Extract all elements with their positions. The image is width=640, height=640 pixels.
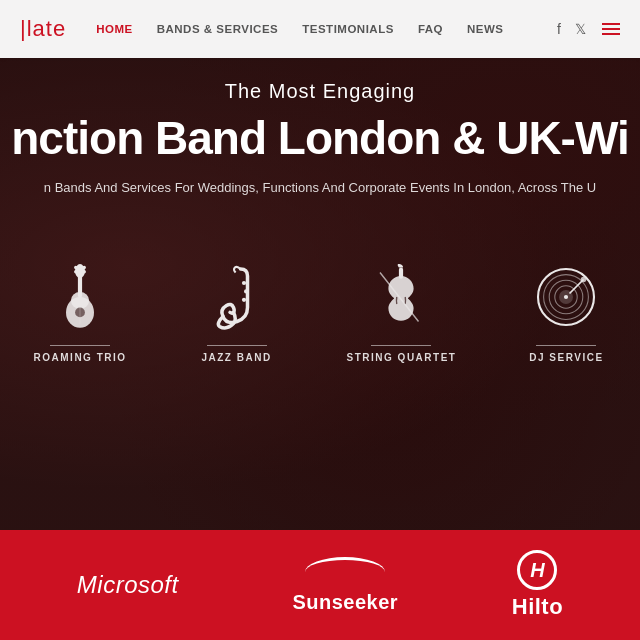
social-links: f 𝕏	[557, 21, 586, 37]
service-string-quartet[interactable]: STRING QUARTET	[347, 257, 457, 363]
brand-hilton: H Hilto	[512, 550, 563, 620]
service-roaming-trio[interactable]: ROAMING TRIO	[34, 257, 127, 363]
hero-description: n Bands And Services For Weddings, Funct…	[44, 178, 596, 198]
service-roaming-trio-label-wrap: ROAMING TRIO	[34, 345, 127, 363]
vinyl-icon	[526, 257, 606, 337]
saxophone-icon	[197, 257, 277, 337]
svg-point-8	[74, 270, 78, 274]
svg-point-6	[74, 266, 78, 270]
service-string-quartet-label: STRING QUARTET	[347, 352, 457, 363]
service-roaming-trio-label: ROAMING TRIO	[34, 352, 127, 363]
menu-bar-3	[602, 33, 620, 35]
menu-icon[interactable]	[602, 23, 620, 35]
main-nav: HOME BANDS & SERVICES TESTIMONIALS FAQ N…	[96, 23, 557, 35]
nav-news[interactable]: NEWS	[467, 23, 504, 35]
brand-sunseeker: Sunseeker	[292, 557, 398, 614]
svg-point-11	[244, 289, 248, 293]
nav-faq[interactable]: FAQ	[418, 23, 443, 35]
hero-subtitle: The Most Engaging	[225, 80, 415, 103]
svg-point-20	[564, 295, 568, 299]
hilton-logo: Hilto	[512, 594, 563, 620]
service-divider	[50, 345, 110, 346]
svg-point-22	[581, 277, 587, 283]
service-dj[interactable]: DJ SERVICE	[526, 257, 606, 363]
service-string-quartet-label-wrap: STRING QUARTET	[347, 345, 457, 363]
nav-home[interactable]: HOME	[96, 23, 133, 35]
menu-bar-2	[602, 28, 620, 30]
brands-bar: Microsoft Sunseeker H Hilto	[0, 530, 640, 640]
menu-bar-1	[602, 23, 620, 25]
service-divider	[207, 345, 267, 346]
svg-point-10	[241, 281, 245, 285]
service-dj-label: DJ SERVICE	[529, 352, 603, 363]
logo-accent: |	[20, 16, 27, 41]
svg-rect-13	[399, 268, 403, 279]
facebook-icon[interactable]: f	[557, 21, 561, 37]
guitar-icon	[40, 257, 120, 337]
logo-text: late	[27, 16, 66, 41]
service-divider	[536, 345, 596, 346]
site-header: |late HOME BANDS & SERVICES TESTIMONIALS…	[0, 0, 640, 58]
service-jazz-band-label-wrap: JAZZ BAND	[201, 345, 271, 363]
sunseeker-logo: Sunseeker	[292, 591, 398, 614]
svg-point-7	[82, 266, 86, 270]
nav-testimonials[interactable]: TESTIMONIALS	[302, 23, 394, 35]
services-row: ROAMING TRIO	[34, 257, 607, 363]
service-dj-label-wrap: DJ SERVICE	[529, 345, 603, 363]
nav-bands[interactable]: BANDS & SERVICES	[157, 23, 279, 35]
svg-point-9	[82, 270, 86, 274]
service-jazz-band[interactable]: JAZZ BAND	[197, 257, 277, 363]
service-divider	[371, 345, 431, 346]
logo[interactable]: |late	[20, 16, 66, 42]
hero-title: nction Band London & UK-Wi	[11, 113, 628, 164]
brand-microsoft: Microsoft	[77, 571, 179, 599]
sunseeker-arc	[305, 557, 385, 587]
microsoft-logo: Microsoft	[77, 571, 179, 598]
hero-content: The Most Engaging nction Band London & U…	[0, 0, 640, 530]
hilton-icon-h: H	[530, 559, 544, 582]
twitter-icon[interactable]: 𝕏	[575, 21, 586, 37]
service-jazz-band-label: JAZZ BAND	[201, 352, 271, 363]
hilton-circle: H	[517, 550, 557, 590]
svg-point-12	[241, 298, 245, 302]
hero-section: The Most Engaging nction Band London & U…	[0, 0, 640, 530]
violin-icon	[361, 257, 441, 337]
